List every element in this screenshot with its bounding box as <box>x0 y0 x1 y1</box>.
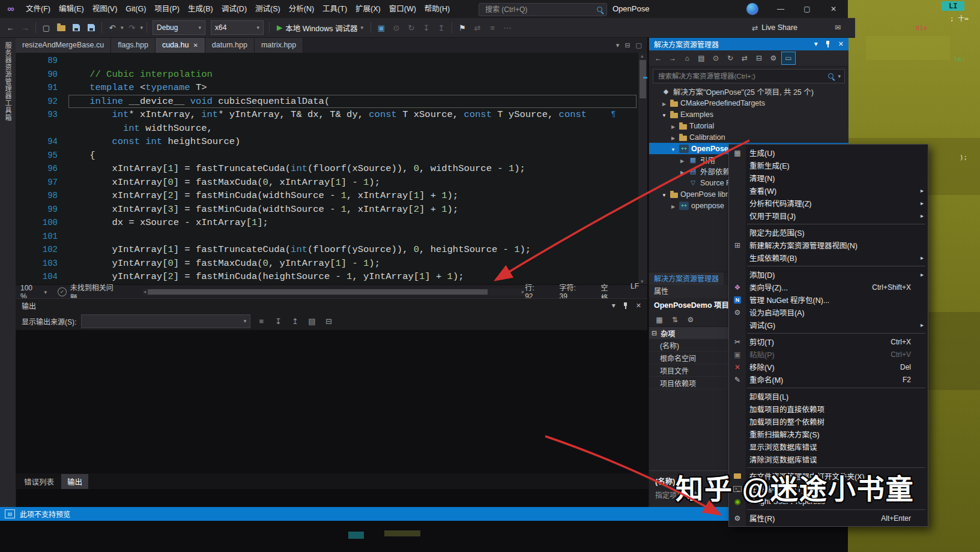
context-menu-item[interactable]: 调试(G)▸ <box>729 319 928 331</box>
bottom-tab[interactable]: 错误列表 <box>18 474 60 489</box>
horizontal-scrollbar[interactable] <box>143 289 525 296</box>
more-options-icon[interactable] <box>501 20 514 35</box>
context-menu-item[interactable]: 限定为此范围(S) <box>729 226 928 239</box>
menu-item[interactable]: 分析(N) <box>285 0 318 18</box>
code-line[interactable]: 93 int* xIntArray, int* yIntArray, T& dx… <box>16 108 638 122</box>
chevron-expanded-icon[interactable] <box>661 110 668 119</box>
forward-icon[interactable] <box>666 52 679 64</box>
side-tab[interactable]: 工具箱 <box>3 100 13 121</box>
navigate-forward-icon[interactable] <box>19 20 32 35</box>
user-avatar[interactable] <box>746 3 758 15</box>
context-menu-item[interactable]: 设为启动项目(A) <box>729 306 928 319</box>
word-wrap-icon[interactable] <box>255 317 267 326</box>
context-menu-item[interactable]: 新建解决方案资源管理器视图(N) <box>729 239 928 251</box>
quick-search-input[interactable] <box>484 5 594 14</box>
menu-item[interactable]: 帮助(H) <box>420 0 454 18</box>
context-menu-item[interactable]: 属性(R)Alt+Enter <box>729 512 928 524</box>
editor-tab[interactable]: resizeAndMergeBase.cu <box>16 37 111 53</box>
preview-selected-items-toggle[interactable] <box>781 52 796 65</box>
collapse-all-icon[interactable] <box>752 52 766 64</box>
sync-with-active-document-icon[interactable] <box>709 52 722 64</box>
clear-output-icon[interactable] <box>322 317 334 326</box>
context-menu-item[interactable]: 卸载项目(L) <box>729 390 928 403</box>
menu-item[interactable]: 项目(P) <box>150 0 184 18</box>
scrollbar-thumb[interactable] <box>148 289 488 295</box>
code-line[interactable]: 102 yIntArray[1] = fastTruncateCuda(int(… <box>16 243 638 257</box>
back-icon[interactable] <box>652 52 665 64</box>
tree-item[interactable]: 解决方案"OpenPose"(25 个项目, 共 25 个) <box>649 86 848 97</box>
solution-search-input[interactable] <box>657 72 823 80</box>
tree-item[interactable]: Tutorial <box>649 120 848 131</box>
solution-search-box[interactable]: ▾ <box>653 69 845 83</box>
context-menu-item[interactable]: 清理(N) <box>729 172 928 184</box>
chevron-collapsed-icon[interactable] <box>679 167 686 176</box>
tree-item[interactable]: Examples <box>649 109 848 120</box>
code-line[interactable]: 90 // Cubic interpolation <box>16 68 638 82</box>
save-icon[interactable] <box>70 20 83 35</box>
context-menu-item[interactable]: 添加(D)▸ <box>729 268 928 281</box>
undo-dropdown-icon[interactable]: ▾ <box>121 25 124 31</box>
code-editor[interactable]: 8990 // Cubic interpolation91 template <… <box>16 53 647 284</box>
break-all-icon[interactable] <box>390 20 403 35</box>
tab-list-dropdown-icon[interactable]: ▾ <box>616 41 620 49</box>
code-line[interactable]: int widthSource, <box>16 122 638 136</box>
code-line[interactable]: 95 { <box>16 149 638 163</box>
code-line[interactable]: 100 dx = xSource - xIntArray[1]; <box>16 216 638 230</box>
pin-icon[interactable] <box>623 302 629 310</box>
live-share-button[interactable]: Live Share <box>752 23 797 32</box>
side-tab[interactable]: 服务器资源管理器 <box>3 42 13 100</box>
collapse-section-icon[interactable] <box>652 329 657 337</box>
solution-configuration-select[interactable]: Debug▾ <box>153 20 205 35</box>
editor-tab[interactable]: datum.hpp <box>205 37 255 53</box>
scrollbar-thumb[interactable] <box>640 60 646 98</box>
start-debugging-button[interactable]: 本地 Windows 调试器 ▾ <box>273 22 367 34</box>
float-window-icon[interactable]: ⊟ <box>625 41 630 49</box>
scroll-up-icon[interactable] <box>289 317 301 326</box>
code-line[interactable]: 96 xIntArray[1] = fastTruncateCuda(int(f… <box>16 162 638 176</box>
pending-changes-filter-icon[interactable] <box>738 52 751 64</box>
window-menu-icon[interactable] <box>814 40 818 48</box>
context-menu-item[interactable]: 加载项目的整个依赖树 <box>729 415 928 428</box>
solution-platform-select[interactable]: x64▾ <box>211 20 264 35</box>
toggle-messages-icon[interactable] <box>306 317 318 326</box>
navigate-backward-icon[interactable] <box>4 20 17 35</box>
code-line[interactable]: 94 const int heightSource) <box>16 135 638 149</box>
open-folder-icon[interactable] <box>55 20 68 35</box>
undo-icon[interactable] <box>106 20 119 35</box>
search-options-icon[interactable]: ▾ <box>838 73 841 79</box>
chevron-expanded-icon[interactable] <box>670 145 677 153</box>
context-menu-item[interactable]: 类向导(Z)...Ctrl+Shift+X <box>729 281 928 293</box>
maximize-button[interactable] <box>794 0 820 18</box>
menu-item[interactable]: 测试(S) <box>251 0 285 18</box>
solution-explorer-header[interactable]: 解决方案资源管理器 <box>649 37 848 50</box>
close-icon[interactable] <box>838 40 844 48</box>
context-menu-item[interactable]: 仅用于项目(J)▸ <box>729 209 928 222</box>
editor-tab[interactable]: flags.hpp <box>111 37 156 53</box>
context-menu-item[interactable]: 查看(W)▸ <box>729 184 928 197</box>
pin-icon[interactable] <box>825 40 831 48</box>
output-source-select[interactable]: ▾ <box>81 314 250 328</box>
chevron-collapsed-icon[interactable] <box>670 122 677 130</box>
menu-item[interactable]: 视图(V) <box>88 0 122 18</box>
search-icon[interactable] <box>827 73 835 80</box>
code-line[interactable]: 91 template <typename T> <box>16 81 638 95</box>
context-menu-item[interactable]: 重新扫描解决方案(S) <box>729 428 928 440</box>
panel-tab[interactable]: 解决方案资源管理器 <box>649 272 724 286</box>
menu-item[interactable]: 文件(F) <box>22 0 55 18</box>
tree-item[interactable]: CMakePredefinedTargets <box>649 97 848 109</box>
alphabetical-icon[interactable] <box>668 314 682 326</box>
context-menu-item[interactable]: 重命名(M)F2 <box>729 373 928 386</box>
context-menu-item[interactable]: 管理 NuGet 程序包(N)... <box>729 293 928 306</box>
categorized-icon[interactable] <box>653 314 666 326</box>
context-menu-item[interactable]: 清除浏览数据库错误 <box>729 453 928 466</box>
menu-item[interactable]: Git(G) <box>121 0 150 18</box>
close-button[interactable] <box>820 0 847 18</box>
tree-item[interactable]: Calibration <box>649 131 848 143</box>
chevron-collapsed-icon[interactable] <box>670 202 677 210</box>
code-line[interactable]: 99 xIntArray[3] = fastMinCuda(widthSourc… <box>16 203 638 217</box>
chevron-collapsed-icon[interactable] <box>661 99 668 107</box>
attach-to-process-icon[interactable] <box>375 20 388 35</box>
vertical-scrollbar[interactable] <box>638 53 647 284</box>
home-icon[interactable] <box>680 52 694 64</box>
close-icon[interactable] <box>636 301 641 310</box>
